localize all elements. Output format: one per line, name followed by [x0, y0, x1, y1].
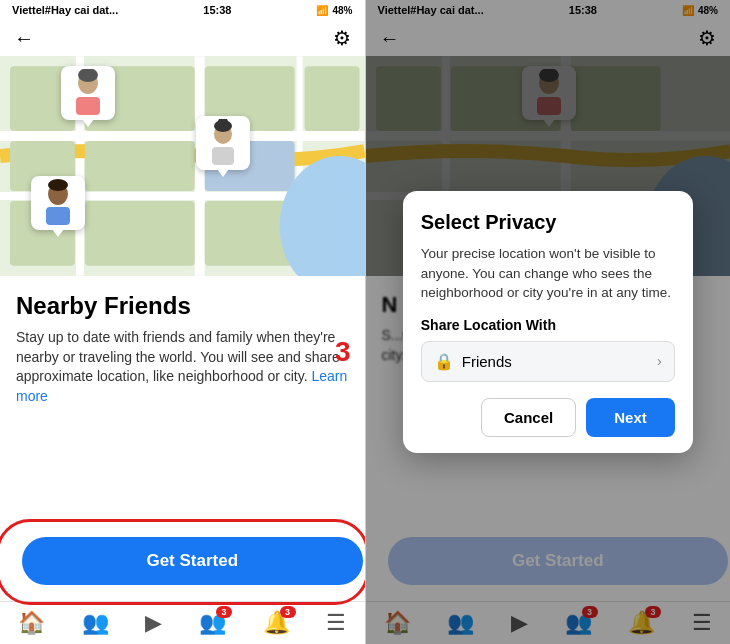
select-privacy-modal: Select Privacy Your precise location won…	[403, 191, 693, 453]
battery-left: 📶 48%	[316, 5, 352, 16]
bottom-nav-left: 🏠 👥 ▶ 👥 3 🔔 3 ☰	[0, 601, 365, 644]
svg-rect-19	[76, 97, 100, 115]
time-left: 15:38	[203, 4, 231, 16]
nav-menu-left[interactable]: ☰	[316, 608, 356, 638]
top-nav-left: ← ⚙	[0, 20, 365, 56]
next-button[interactable]: Next	[586, 398, 675, 437]
cancel-button[interactable]: Cancel	[481, 398, 576, 437]
avatar-person-3	[38, 179, 78, 227]
avatar-person-2	[203, 119, 243, 167]
svg-rect-14	[85, 201, 195, 266]
avatar-pin-2	[195, 116, 251, 184]
settings-icon-left[interactable]: ⚙	[333, 26, 351, 50]
step-label: 3	[335, 336, 351, 368]
map-area-left	[0, 56, 365, 276]
svg-rect-12	[305, 66, 360, 131]
modal-actions: Cancel Next	[421, 398, 675, 437]
nav-nearby-left[interactable]: 👥 3	[189, 608, 236, 638]
video-icon-left: ▶	[145, 610, 162, 636]
svg-rect-7	[85, 141, 195, 191]
notifications-badge-left: 3	[280, 606, 296, 618]
svg-point-25	[48, 179, 68, 191]
avatar-pin-3	[30, 176, 86, 244]
main-title-left: Nearby Friends	[16, 292, 349, 320]
svg-rect-23	[212, 147, 234, 165]
main-desc-left: Stay up to date with friends and family …	[16, 328, 349, 406]
share-option-row[interactable]: 🔒 Friends ›	[421, 341, 675, 382]
modal-overlay: Select Privacy Your precise location won…	[366, 0, 731, 644]
nearby-badge-left: 3	[216, 606, 232, 618]
menu-icon-left: ☰	[326, 610, 346, 636]
content-area-left: Nearby Friends Stay up to date with frie…	[0, 276, 365, 523]
chevron-right-icon: ›	[657, 353, 662, 369]
nav-notifications-left[interactable]: 🔔 3	[253, 608, 300, 638]
nav-video-left[interactable]: ▶	[135, 608, 172, 638]
lock-icon: 🔒	[434, 352, 454, 371]
svg-rect-26	[46, 207, 70, 225]
friends-icon-left: 👥	[82, 610, 109, 636]
get-started-container-left: Get Started	[0, 523, 365, 601]
carrier-left: Viettel#Hay cai dat...	[12, 4, 118, 16]
nav-home-left[interactable]: 🏠	[8, 608, 55, 638]
get-started-button-left[interactable]: Get Started	[22, 537, 363, 585]
back-button-left[interactable]: ←	[14, 27, 34, 50]
modal-description: Your precise location won't be visible t…	[421, 244, 675, 303]
avatar-pin-1	[60, 66, 116, 134]
nav-friends-left[interactable]: 👥	[72, 608, 119, 638]
avatar-person-1	[68, 69, 108, 117]
modal-title: Select Privacy	[421, 211, 675, 234]
left-panel: Viettel#Hay cai dat... 15:38 📶 48% ← ⚙	[0, 0, 365, 644]
share-option-label: Friends	[462, 353, 512, 370]
right-panel: Viettel#Hay cai dat... 15:38 📶 48% ← ⚙	[366, 0, 731, 644]
share-option-left: 🔒 Friends	[434, 352, 512, 371]
share-location-label: Share Location With	[421, 317, 675, 333]
home-icon-left: 🏠	[18, 610, 45, 636]
status-bar-left: Viettel#Hay cai dat... 15:38 📶 48%	[0, 0, 365, 20]
